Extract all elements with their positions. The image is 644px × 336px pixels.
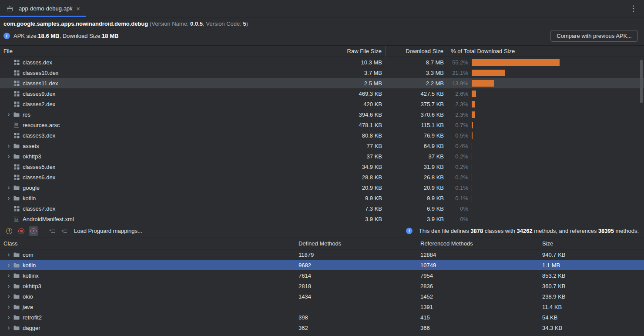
file-row-AndroidManifest.xml[interactable]: ›MAndroidManifest.xml3.9 KB3.9 KB0% xyxy=(0,214,644,224)
download-size: 37 KB xyxy=(386,153,447,160)
raw-file-size: 469.3 KB xyxy=(260,91,386,97)
tab-close-icon[interactable]: × xyxy=(76,5,81,12)
dex-file-icon xyxy=(13,80,20,87)
file-name: classes9.dex xyxy=(23,91,55,97)
download-pct-bar xyxy=(472,122,473,128)
chevron-right-icon[interactable]: › xyxy=(5,325,12,331)
file-row-classes3.dex[interactable]: ›classes3.dex80.8 KB76.9 KB0.5% xyxy=(0,130,644,141)
column-header-download-size[interactable]: Download Size xyxy=(386,46,447,57)
show-references-icon[interactable]: r xyxy=(29,226,38,236)
file-row-classes5.dex[interactable]: ›classes5.dex34.9 KB31.9 KB0.2% xyxy=(0,161,644,172)
chevron-right-icon[interactable]: › xyxy=(5,185,12,191)
pct-cell: 2.6% xyxy=(447,91,644,97)
chevron-right-icon[interactable]: › xyxy=(5,293,12,299)
chevron-right-icon[interactable]: › xyxy=(5,111,12,118)
collapse-all-icon[interactable] xyxy=(59,226,69,236)
raw-file-size: 420 KB xyxy=(260,101,386,108)
file-name-cell: ›classes5.dex xyxy=(0,163,260,170)
file-name: AndroidManifest.xml xyxy=(23,216,74,222)
pct-of-total-download: 2.3% xyxy=(447,111,468,118)
load-proguard-mappings-button[interactable]: Load Proguard mappings... xyxy=(74,228,142,234)
vertical-scrollbar[interactable] xyxy=(640,60,643,103)
raw-file-size: 9.9 KB xyxy=(260,195,386,202)
file-row-classes6.dex[interactable]: ›classes6.dex28.8 KB26.8 KB0.2% xyxy=(0,172,644,182)
download-pct-bar xyxy=(472,101,475,108)
chevron-right-icon[interactable]: › xyxy=(5,195,12,201)
column-header-file[interactable]: File xyxy=(0,46,260,57)
file-name: classes10.dex xyxy=(23,70,58,76)
file-row-okhttp3[interactable]: ›okhttp337 KB37 KB0.2% xyxy=(0,151,644,161)
column-header-pct-total-download[interactable]: % of Total Download Size xyxy=(447,46,644,57)
file-name-cell: ›assets xyxy=(0,142,260,149)
file-row-classes10.dex[interactable]: ›classes10.dex3.7 MB3.3 MB21.1% xyxy=(0,67,644,78)
package-header: com.google.samples.apps.nowinandroid.dem… xyxy=(0,17,644,28)
chevron-right-icon[interactable]: › xyxy=(5,283,12,289)
column-header-referenced-methods[interactable]: Referenced Methods xyxy=(413,238,535,249)
version-suffix: ) xyxy=(246,20,248,27)
class-row-retrofit2[interactable]: ›retrofit239841554 KB xyxy=(0,312,644,323)
apk-file-icon xyxy=(6,5,13,12)
chevron-right-icon[interactable]: › xyxy=(5,314,12,320)
file-name-cell: ›classes11.dex xyxy=(0,80,260,87)
kebab-menu-icon[interactable]: ⋮ xyxy=(623,4,644,13)
file-name: classes.dex xyxy=(23,59,52,66)
tab-apk-file[interactable]: app-demo-debug.apk × xyxy=(0,0,86,17)
chevron-right-icon[interactable]: › xyxy=(5,304,12,310)
package-name: com.google.samples.apps.nowinandroid.dem… xyxy=(3,20,148,27)
file-row-classes11.dex[interactable]: ›classes11.dex2.5 MB2.2 MB13.9% xyxy=(0,78,644,88)
class-row-com[interactable]: ›com1187912884940.7 KB xyxy=(0,249,644,260)
pct-of-total-download: 21.1% xyxy=(447,70,468,76)
class-row-dagger[interactable]: ›dagger36236634.3 KB xyxy=(0,323,644,333)
chevron-right-icon[interactable]: › xyxy=(5,272,12,279)
class-row-java[interactable]: ›java139111.4 KB xyxy=(0,302,644,312)
chevron-right-icon[interactable]: › xyxy=(5,262,12,268)
column-header-size[interactable]: Size xyxy=(535,238,644,249)
class-name-cell: ›dagger xyxy=(0,324,292,331)
referenced-methods: 12884 xyxy=(413,252,535,258)
column-header-defined-methods[interactable]: Defined Methods xyxy=(292,238,413,249)
show-fields-icon: f xyxy=(6,228,12,234)
column-header-raw-file-size[interactable]: Raw File Size xyxy=(260,46,386,57)
class-row-okhttp3[interactable]: ›okhttp328182836360.7 KB xyxy=(0,281,644,291)
defined-methods: 2818 xyxy=(292,283,413,289)
file-row-resources.arsc[interactable]: ›resources.arsc478.1 KB115.1 KB0.7% xyxy=(0,120,644,130)
class-package-name: okhttp3 xyxy=(23,283,41,289)
referenced-methods: 415 xyxy=(413,314,535,321)
class-row-kotlinx[interactable]: ›kotlinx76147954853.2 KB xyxy=(0,270,644,281)
file-row-classes7.dex[interactable]: ›classes7.dex7.3 KB6.9 KB0% xyxy=(0,203,644,214)
download-size: 115.1 KB xyxy=(386,122,447,128)
pct-cell: 2.3% xyxy=(447,101,644,108)
download-size: 3.9 KB xyxy=(386,216,447,222)
download-pct-bar xyxy=(472,91,476,97)
file-row-classes2.dex[interactable]: ›classes2.dex420 KB375.7 KB2.3% xyxy=(0,99,644,109)
pct-of-total-download: 0.4% xyxy=(447,143,468,149)
file-row-res[interactable]: ›res394.6 KB370.6 KB2.3% xyxy=(0,109,644,120)
pct-of-total-download: 55.2% xyxy=(447,59,468,66)
package-size: 11.4 KB xyxy=(535,304,644,310)
tab-label: app-demo-debug.apk xyxy=(19,5,73,12)
column-header-class[interactable]: Class xyxy=(0,238,292,249)
dex-file-icon xyxy=(13,90,20,97)
package-folder-icon xyxy=(13,324,20,331)
class-row-kotlin[interactable]: ›kotlin9682107491.1 MB xyxy=(0,260,644,270)
file-row-kotlin[interactable]: ›kotlin9.9 KB9.9 KB0.1% xyxy=(0,193,644,203)
dex-file-icon xyxy=(13,132,20,139)
compare-previous-apk-button[interactable]: Compare with previous APK... xyxy=(550,30,638,42)
file-row-google[interactable]: ›google20.9 KB20.9 KB0.1% xyxy=(0,182,644,193)
chevron-right-icon[interactable]: › xyxy=(5,143,12,149)
file-row-assets[interactable]: ›assets77 KB64.9 KB0.4% xyxy=(0,141,644,151)
package-folder-icon xyxy=(13,272,20,279)
chevron-right-icon[interactable]: › xyxy=(5,153,12,159)
show-fields-icon[interactable]: f xyxy=(4,226,14,236)
file-name-cell: ›okhttp3 xyxy=(0,153,260,160)
file-row-classes.dex[interactable]: ›classes.dex10.3 MB8.7 MB55.2% xyxy=(0,57,644,67)
file-row-classes9.dex[interactable]: ›classes9.dex469.3 KB427.5 KB2.6% xyxy=(0,88,644,99)
package-size: 54 KB xyxy=(535,314,644,321)
pct-cell: 0.1% xyxy=(447,185,644,191)
class-row-okio[interactable]: ›okio14341452238.9 KB xyxy=(0,291,644,302)
show-methods-icon[interactable]: m xyxy=(17,226,26,236)
expand-all-icon[interactable] xyxy=(47,226,57,236)
chevron-right-icon[interactable]: › xyxy=(5,252,12,258)
folder-icon xyxy=(13,111,20,118)
file-name: res xyxy=(23,111,30,118)
